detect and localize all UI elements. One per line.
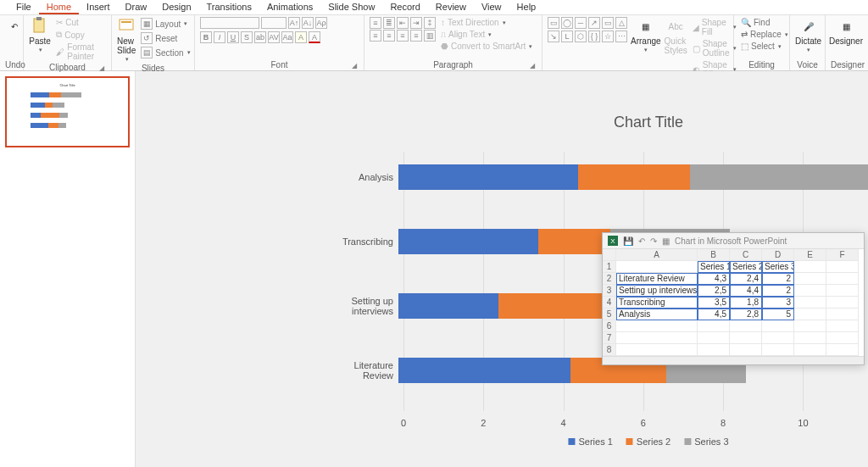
menu-tab-home[interactable]: Home — [39, 0, 79, 14]
replace-button[interactable]: ⇄Replace▾ — [739, 29, 790, 40]
svg-rect-3 — [121, 21, 131, 23]
excel-icon: X — [608, 236, 618, 246]
font-size-select[interactable] — [261, 17, 287, 29]
menu-tab-review[interactable]: Review — [428, 0, 474, 14]
smartart-button[interactable]: ⬣Convert to SmartArt▾ — [439, 41, 534, 52]
slide-canvas[interactable]: Chart Title 02468101214AnalysisTranscrib… — [136, 71, 868, 467]
highlight-button[interactable]: A — [295, 31, 307, 43]
chart-datasheet-window[interactable]: X 💾 ↶ ↷ ▦ Chart in Microsoft PowerPoint … — [602, 232, 865, 365]
dialog-launcher-icon[interactable]: ◢ — [350, 62, 359, 70]
align-left-button[interactable]: ≡ — [370, 30, 381, 42]
group-label-editing: Editing — [739, 59, 784, 70]
menu-tab-draw[interactable]: Draw — [118, 0, 155, 14]
align-right-button[interactable]: ≡ — [397, 30, 409, 42]
chart-title: Chart Title — [322, 114, 868, 131]
menu-tab-slide-show[interactable]: Slide Show — [320, 0, 382, 14]
dictate-button[interactable]: 🎤Dictate▾ — [795, 17, 821, 53]
datasheet-title: Chart in Microsoft PowerPoint — [675, 236, 787, 246]
menu-tab-record[interactable]: Record — [382, 0, 427, 14]
line-spacing-button[interactable]: ‡ — [424, 17, 436, 29]
align-text-button[interactable]: ⎍Align Text▾ — [439, 29, 534, 40]
menu-tab-animations[interactable]: Animations — [259, 0, 320, 14]
format-painter-button[interactable]: 🖌Format Painter — [54, 42, 106, 62]
copy-icon: ⧉ — [56, 30, 62, 40]
datasheet-titlebar[interactable]: X 💾 ↶ ↷ ▦ Chart in Microsoft PowerPoint — [603, 233, 864, 249]
designer-button[interactable]: ▦Designer — [831, 17, 861, 46]
menu-tab-transitions[interactable]: Transitions — [199, 0, 259, 14]
cut-button[interactable]: ✂Cut — [54, 17, 106, 28]
quick-styles-button[interactable]: AbcQuick Styles — [665, 17, 687, 55]
indent-increase-button[interactable]: ⇥ — [410, 17, 422, 29]
bullets-button[interactable]: ≡ — [370, 17, 381, 29]
datasheet-scrollbar[interactable] — [603, 356, 864, 364]
undo-button[interactable]: ↶ — [5, 17, 24, 36]
slide-thumbnails-panel: Chart Title — [0, 71, 136, 467]
group-label-undo: Undo — [5, 59, 18, 70]
group-label-clipboard: Clipboard◢ — [29, 62, 106, 73]
category-label: Literature Review — [322, 360, 398, 381]
clear-formatting-button[interactable]: Aρ — [315, 17, 327, 29]
align-center-button[interactable]: ≡ — [383, 30, 395, 42]
section-button[interactable]: ▤Section▾ — [139, 46, 192, 59]
text-direction-button[interactable]: ↕Text Direction▾ — [439, 17, 534, 28]
category-label: Transcribing — [322, 236, 398, 247]
case-button[interactable]: Aa — [281, 31, 293, 43]
menu-tab-design[interactable]: Design — [154, 0, 198, 14]
datasheet-grid[interactable]: ABCDEF1Series 1Series 2Series 32Literatu… — [603, 249, 864, 356]
dialog-launcher-icon[interactable]: ◢ — [97, 64, 106, 73]
outline-icon: ▢ — [693, 44, 700, 53]
x-tick-label: 2 — [481, 418, 486, 428]
x-tick-label: 4 — [561, 418, 566, 428]
redo-icon[interactable]: ↷ — [650, 236, 657, 246]
slide-thumbnail-1[interactable]: Chart Title — [5, 76, 130, 147]
shapes-gallery[interactable]: ▭◯─↗▭△ ↘L⬡{ }☆⋯ — [548, 17, 627, 42]
svg-rect-2 — [120, 19, 133, 30]
menu-tab-help[interactable]: Help — [509, 0, 544, 14]
new-slide-button[interactable]: New Slide▾ — [117, 17, 136, 63]
menu-tab-insert[interactable]: Insert — [79, 0, 118, 14]
bold-button[interactable]: B — [200, 31, 212, 43]
menu-bar: FileHomeInsertDrawDesignTransitionsAnima… — [0, 0, 868, 15]
grid-icon[interactable]: ▦ — [662, 236, 670, 246]
reset-button[interactable]: ↺Reset — [139, 31, 192, 45]
italic-button[interactable]: I — [214, 31, 225, 43]
font-color-button[interactable]: A — [309, 31, 320, 43]
menu-tab-file[interactable]: File — [8, 0, 39, 14]
numbering-button[interactable]: ≣ — [383, 17, 395, 29]
justify-button[interactable]: ≡ — [410, 30, 422, 42]
find-button[interactable]: 🔍Find — [739, 17, 790, 28]
category-label: Analysis — [322, 172, 398, 182]
arrange-button[interactable]: ▦Arrange▾ — [631, 17, 661, 53]
smartart-icon: ⬣ — [441, 42, 448, 51]
save-icon[interactable]: 💾 — [623, 236, 633, 246]
shape-outline-button[interactable]: ▢Shape Outline▾ — [691, 38, 738, 58]
strike-button[interactable]: S — [241, 31, 253, 43]
layout-button[interactable]: ▦Layout▾ — [139, 17, 192, 31]
legend-item: Series 3 — [684, 436, 728, 447]
replace-icon: ⇄ — [741, 30, 748, 39]
font-family-select[interactable] — [200, 17, 259, 29]
cursor-icon: ⬚ — [741, 42, 748, 51]
legend-item: Series 1 — [568, 436, 612, 447]
section-icon: ▤ — [141, 47, 153, 58]
decrease-font-button[interactable]: A↓ — [302, 17, 314, 29]
underline-button[interactable]: U — [227, 31, 239, 43]
shadow-button[interactable]: ab — [254, 31, 266, 43]
paste-button[interactable]: Paste▾ — [29, 17, 51, 53]
select-button[interactable]: ⬚Select▾ — [739, 41, 790, 52]
menu-tab-view[interactable]: View — [474, 0, 509, 14]
brush-icon: 🖌 — [56, 47, 64, 57]
copy-button[interactable]: ⧉Copy — [54, 29, 106, 41]
indent-decrease-button[interactable]: ⇤ — [397, 17, 409, 29]
spacing-button[interactable]: AV — [268, 31, 280, 43]
shape-fill-button[interactable]: ◢Shape Fill▾ — [691, 17, 738, 37]
x-tick-label: 0 — [401, 418, 406, 428]
x-tick-label: 6 — [641, 418, 646, 428]
chart-legend: Series 1Series 2Series 3 — [568, 436, 728, 447]
dialog-launcher-icon[interactable]: ◢ — [528, 62, 537, 70]
columns-button[interactable]: ▥ — [424, 30, 436, 42]
text-direction-icon: ↕ — [441, 18, 445, 27]
group-label-paragraph: Paragraph◢ — [370, 59, 537, 70]
increase-font-button[interactable]: A↑ — [288, 17, 300, 29]
undo-icon[interactable]: ↶ — [638, 236, 645, 246]
